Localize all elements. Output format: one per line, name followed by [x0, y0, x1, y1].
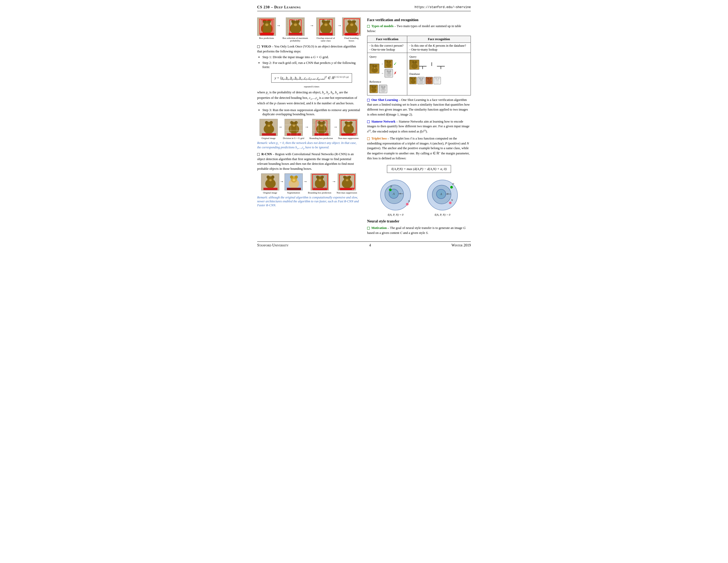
pipe2-step-1: Original image	[260, 119, 278, 139]
pipe2-label-2: Division in G × G grid	[283, 137, 304, 139]
svg-point-76	[269, 179, 272, 181]
svg-point-89	[321, 175, 324, 179]
yolo-step3-list: Step 3: Run the non-max suppression algo…	[262, 108, 361, 116]
pipe2-arrow-1: →	[278, 119, 282, 129]
arrow-1: →	[276, 17, 281, 28]
circle-diagrams: A α P N ℓ(A, P, N) = 0	[367, 178, 471, 216]
svg-point-136	[422, 78, 423, 79]
motivation-section: Motivation – The goal of neural style tr…	[367, 225, 471, 235]
svg-point-120	[374, 86, 376, 88]
svg-text:A: A	[392, 192, 395, 195]
rcnn-checkbox	[257, 153, 260, 156]
svg-point-81	[290, 175, 293, 179]
pipe3-arrow-3: →	[332, 173, 336, 184]
svg-point-106	[372, 65, 374, 67]
circle-diagram-right: A α P N ℓ(A, P, N) > 0	[423, 178, 462, 216]
svg-point-67	[347, 125, 350, 127]
yolo-section: YOLO – You Only Look Once (YOLO) is an o…	[257, 44, 361, 116]
triplet-formula-wrapper: ℓ(A,P,N) = max (d(A,P) − d(A,N) + α, 0)	[367, 163, 471, 175]
circle-diagram-left: A α P N ℓ(A, P, N) = 0	[376, 178, 415, 216]
svg-point-38	[270, 121, 273, 124]
svg-point-37	[265, 121, 268, 124]
svg-point-88	[316, 175, 319, 179]
yolo-title: YOLO	[261, 45, 271, 48]
triplet-formula-box: ℓ(A,P,N) = max (d(A,P) − d(A,N) + α, 0)	[387, 165, 451, 173]
arrow-3: →	[337, 17, 342, 28]
svg-text:Book: Book	[357, 34, 361, 35]
svg-text:0.9939: 0.9939	[324, 19, 329, 21]
yolo-step-1: Step 1: Divide the input image into a G …	[262, 55, 361, 59]
circle-svg-right: A α P N	[423, 178, 462, 212]
pipe3-label-2: Segmentation	[287, 191, 300, 194]
motivation-title: Motivation	[371, 226, 387, 230]
svg-point-123	[381, 86, 383, 88]
svg-text:Teddy bear: Teddy bear	[345, 120, 353, 122]
circle-label-right: ℓ(A, P, N) > 0	[435, 213, 451, 216]
svg-point-140	[430, 78, 431, 79]
db-bear-3	[425, 77, 433, 84]
yolo-checkbox	[257, 45, 260, 48]
pipe2-label-1: Original image	[262, 137, 276, 139]
svg-point-135	[419, 78, 421, 79]
svg-point-107	[375, 65, 377, 67]
ref-bear-1	[384, 60, 393, 68]
triplet-title: Triplet loss	[371, 137, 387, 140]
circle-label-left: ℓ(A, P, N) = 0	[388, 213, 404, 216]
pipe-step-3: 0.9939 Overlap removal of same class	[314, 17, 337, 42]
pipe3-step-3: Bounding box prediction	[308, 173, 331, 194]
pipe-label-1: Box predictions	[259, 37, 274, 39]
svg-text:P: P	[452, 182, 454, 185]
verification-desc: - Is this the correct person?- One-to-on…	[367, 42, 407, 53]
pipe3-step-2: Segmentation	[285, 173, 303, 194]
types-label: Types of models	[371, 24, 393, 28]
pipe3-step-4: Book Teddy bear Non-max suppression	[337, 173, 357, 194]
page-header: CS 230 – Deep Learning https://stanford.…	[257, 5, 471, 11]
svg-point-128	[415, 61, 417, 63]
svg-rect-46	[287, 133, 301, 136]
svg-text:Teddy bear: Teddy bear	[343, 175, 351, 176]
pipe2-step-3: Bounding box prediction	[310, 119, 333, 139]
pipeline-1: Box predictions → 0.9978	[257, 17, 361, 42]
siamese-checkbox	[367, 120, 370, 123]
svg-text:N: N	[451, 198, 453, 201]
db-bear-1	[409, 77, 417, 84]
svg-text:α: α	[447, 192, 448, 195]
pipe-label-4: Final bounding boxes	[342, 37, 361, 42]
svg-point-127	[412, 61, 414, 63]
svg-point-82	[295, 175, 298, 179]
remark-1: Remark: when pc = 0, then the network do…	[257, 141, 361, 150]
db-bear-4	[434, 77, 441, 84]
svg-point-13	[294, 23, 297, 26]
oneshot-checkbox	[367, 99, 370, 101]
svg-point-124	[384, 86, 386, 88]
siamese-section: Siamese Network – Siamese Networks aim a…	[367, 119, 471, 134]
footer-left: Stanford University	[257, 243, 289, 247]
svg-point-111	[387, 61, 388, 63]
face-table: Face verification Face recognition - Is …	[367, 36, 471, 95]
svg-point-30	[350, 23, 353, 26]
pipeline-3: Original image →	[257, 173, 361, 194]
svg-rect-77	[263, 188, 277, 190]
footer-center: 4	[369, 243, 371, 247]
svg-point-131	[411, 78, 413, 79]
right-column: Face verification and recognition Types …	[367, 15, 471, 237]
pipe-step-4: Book Teddy bear Final bounding boxes	[342, 17, 361, 42]
one-shot-section: One Shot Learning – One Shot Learning is…	[367, 97, 471, 117]
svg-text:0.9978: 0.9978	[293, 19, 298, 21]
svg-point-112	[389, 61, 391, 63]
triplet-checkbox	[367, 137, 370, 140]
svg-point-163	[449, 201, 452, 204]
yolo-formula-box: y = [pc, bx, by, bh, bw, c1, c2, ..., cp…	[271, 73, 352, 83]
recog-query-bear	[409, 60, 419, 70]
ref-bear-2	[385, 69, 393, 77]
svg-point-144	[438, 78, 440, 79]
svg-point-2	[263, 20, 266, 23]
pipe3-label-4: Non-max suppression	[337, 191, 357, 194]
remark-2-text: Remark: although the original algorithm …	[257, 195, 359, 207]
svg-point-115	[387, 70, 388, 72]
page-footer: Stanford University 4 Winter 2019	[257, 241, 471, 247]
svg-text:N: N	[408, 199, 410, 202]
pipe-step-2: 0.9978 Box selection of maximum probabil…	[281, 17, 309, 42]
svg-text:Teddy bear: Teddy bear	[347, 19, 356, 21]
pipe-step-1: Box predictions	[257, 17, 276, 39]
